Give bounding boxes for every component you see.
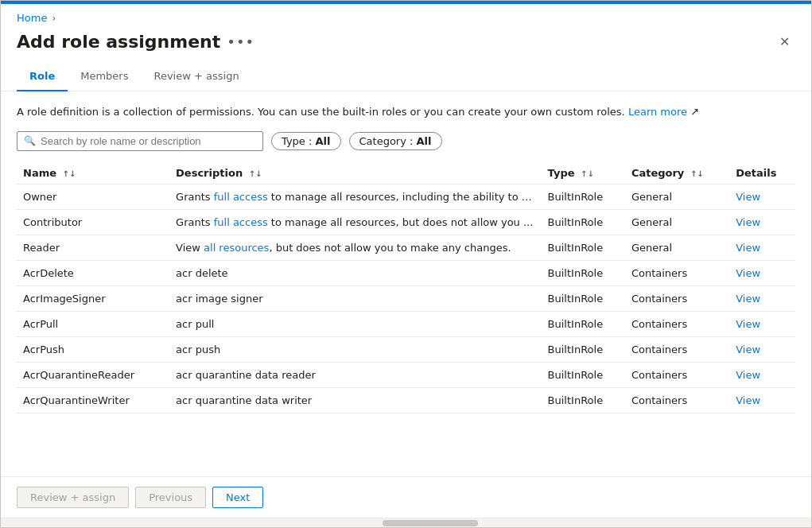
cell-description: acr pull [169, 311, 542, 336]
table-header: Name ↑↓ Description ↑↓ Type ↑↓ Categor [17, 162, 795, 184]
external-link-icon: ↗ [687, 106, 699, 118]
scrollbar-thumb [383, 520, 478, 526]
table-row[interactable]: ContributorGrants full access to manage … [17, 209, 795, 235]
col-name[interactable]: Name ↑↓ [17, 162, 169, 184]
main-window: Home › Add role assignment ••• ✕ Role Me… [0, 0, 812, 528]
horizontal-scrollbar[interactable] [1, 518, 811, 527]
table-row[interactable]: AcrPushacr pushBuiltInRoleContainersView [17, 336, 795, 362]
tabs-row: Role Members Review + assign [1, 62, 811, 91]
cell-role-name: Contributor [17, 209, 169, 235]
previous-button[interactable]: Previous [135, 487, 206, 508]
search-box[interactable]: 🔍 [17, 131, 263, 151]
cell-details[interactable]: View [729, 285, 795, 311]
view-link[interactable]: View [736, 242, 760, 254]
cell-category: Containers [625, 260, 729, 285]
tab-role[interactable]: Role [17, 62, 68, 91]
desc-sort-icon: ↑↓ [249, 169, 262, 178]
view-link[interactable]: View [736, 293, 760, 305]
cell-type: BuiltInRole [542, 209, 625, 235]
cell-role-name: AcrImageSigner [17, 285, 169, 311]
home-breadcrumb-link[interactable]: Home [17, 12, 47, 24]
cell-category: Containers [625, 336, 729, 362]
cell-type: BuiltInRole [542, 387, 625, 413]
cell-description: acr push [169, 336, 542, 362]
next-button[interactable]: Next [212, 487, 263, 508]
category-sort-icon: ↑↓ [690, 169, 704, 178]
cell-details[interactable]: View [729, 311, 795, 336]
table-row[interactable]: AcrDeleteacr deleteBuiltInRoleContainers… [17, 260, 795, 285]
cell-description: acr delete [169, 260, 542, 285]
cell-details[interactable]: View [729, 387, 795, 413]
cell-type: BuiltInRole [542, 311, 625, 336]
cell-category: General [625, 209, 729, 235]
cell-details[interactable]: View [729, 362, 795, 387]
tab-members[interactable]: Members [68, 62, 141, 91]
tab-review-assign[interactable]: Review + assign [141, 62, 251, 91]
cell-category: General [625, 184, 729, 209]
table-row[interactable]: OwnerGrants full access to manage all re… [17, 184, 795, 209]
filter-row: 🔍 Type : All Category : All [17, 131, 795, 151]
cell-category: Containers [625, 311, 729, 336]
cell-details[interactable]: View [729, 209, 795, 235]
cell-category: General [625, 235, 729, 260]
view-link[interactable]: View [736, 318, 760, 330]
cell-role-name: AcrQuarantineWriter [17, 387, 169, 413]
cell-role-name: Reader [17, 235, 169, 260]
learn-more-link[interactable]: Learn more [628, 106, 687, 118]
cell-role-name: AcrPull [17, 311, 169, 336]
cell-type: BuiltInRole [542, 362, 625, 387]
cell-type: BuiltInRole [542, 336, 625, 362]
cell-role-name: AcrQuarantineReader [17, 362, 169, 387]
view-link[interactable]: View [736, 369, 760, 381]
view-link[interactable]: View [736, 344, 760, 355]
col-description[interactable]: Description ↑↓ [169, 162, 542, 184]
info-text: A role definition is a collection of per… [17, 104, 795, 120]
table-row[interactable]: AcrPullacr pullBuiltInRoleContainersView [17, 311, 795, 336]
view-link[interactable]: View [736, 191, 760, 203]
category-filter-value: All [417, 135, 432, 147]
view-link[interactable]: View [736, 267, 760, 279]
close-button[interactable]: ✕ [773, 30, 795, 52]
cell-description: acr quarantine data writer [169, 387, 542, 413]
cell-type: BuiltInRole [542, 184, 625, 209]
cell-details[interactable]: View [729, 235, 795, 260]
view-link[interactable]: View [736, 394, 760, 406]
roles-table-container: Name ↑↓ Description ↑↓ Type ↑↓ Categor [17, 162, 795, 413]
cell-description: acr quarantine data reader [169, 362, 542, 387]
cell-details[interactable]: View [729, 184, 795, 209]
cell-role-name: AcrPush [17, 336, 169, 362]
title-row: Add role assignment ••• ✕ [1, 27, 811, 62]
table-row[interactable]: AcrQuarantineWriteracr quarantine data w… [17, 387, 795, 413]
table-row[interactable]: ReaderView all resources, but does not a… [17, 235, 795, 260]
table-row[interactable]: AcrQuarantineReaderacr quarantine data r… [17, 362, 795, 387]
col-details: Details [729, 162, 795, 184]
search-icon: 🔍 [24, 135, 36, 146]
cell-role-name: Owner [17, 184, 169, 209]
view-link[interactable]: View [736, 216, 760, 228]
review-assign-button[interactable]: Review + assign [17, 487, 129, 508]
type-filter-value: All [316, 135, 331, 147]
table-row[interactable]: AcrImageSigneracr image signerBuiltInRol… [17, 285, 795, 311]
search-input[interactable] [41, 135, 256, 147]
cell-details[interactable]: View [729, 260, 795, 285]
cell-role-name: AcrDelete [17, 260, 169, 285]
roles-table: Name ↑↓ Description ↑↓ Type ↑↓ Categor [17, 162, 795, 413]
cell-details[interactable]: View [729, 336, 795, 362]
more-options-icon[interactable]: ••• [227, 33, 254, 50]
col-type[interactable]: Type ↑↓ [542, 162, 625, 184]
cell-type: BuiltInRole [542, 260, 625, 285]
cell-description: View all resources, but does not allow y… [169, 235, 542, 260]
col-category[interactable]: Category ↑↓ [625, 162, 729, 184]
type-sort-icon: ↑↓ [581, 169, 594, 178]
type-filter-chip[interactable]: Type : All [271, 132, 341, 150]
content-area: A role definition is a collection of per… [1, 91, 811, 476]
cell-category: Containers [625, 362, 729, 387]
cell-type: BuiltInRole [542, 285, 625, 311]
breadcrumb: Home › [1, 4, 811, 27]
breadcrumb-separator: › [52, 13, 56, 24]
cell-description: acr image signer [169, 285, 542, 311]
cell-description: Grants full access to manage all resourc… [169, 209, 542, 235]
cell-category: Containers [625, 285, 729, 311]
cell-type: BuiltInRole [542, 235, 625, 260]
category-filter-chip[interactable]: Category : All [349, 132, 442, 150]
